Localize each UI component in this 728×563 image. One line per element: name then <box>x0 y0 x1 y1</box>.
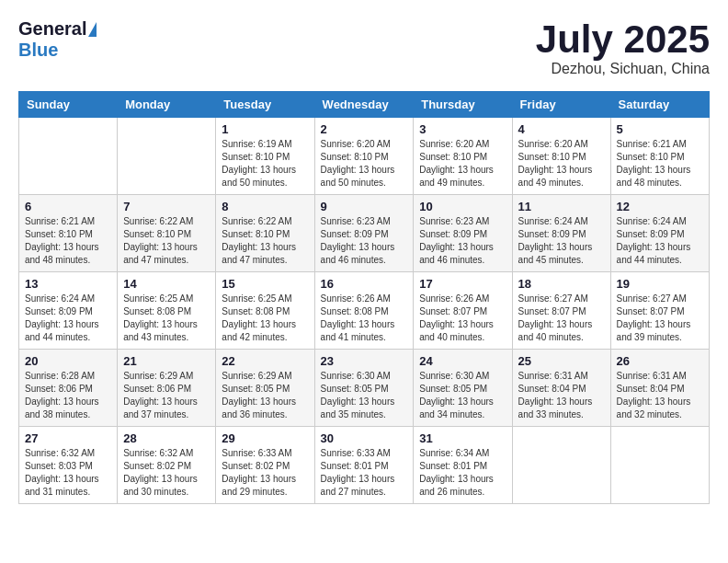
day-number: 18 <box>518 277 605 291</box>
day-number: 25 <box>518 354 605 368</box>
day-info: Sunrise: 6:26 AM Sunset: 8:08 PM Dayligh… <box>321 293 408 344</box>
day-info: Sunrise: 6:27 AM Sunset: 8:07 PM Dayligh… <box>617 293 703 344</box>
day-info: Sunrise: 6:31 AM Sunset: 8:04 PM Dayligh… <box>617 370 703 421</box>
calendar-cell: 23Sunrise: 6:30 AM Sunset: 8:05 PM Dayli… <box>314 350 414 427</box>
calendar-cell: 5Sunrise: 6:21 AM Sunset: 8:10 PM Daylig… <box>610 118 709 195</box>
calendar-cell <box>19 118 118 195</box>
day-number: 19 <box>617 277 703 291</box>
calendar-header-row: SundayMondayTuesdayWednesdayThursdayFrid… <box>19 92 710 118</box>
calendar-cell: 14Sunrise: 6:25 AM Sunset: 8:08 PM Dayli… <box>118 272 216 350</box>
month-title: July 2025 <box>536 18 710 61</box>
day-number: 15 <box>222 277 308 291</box>
day-number: 14 <box>123 277 210 291</box>
calendar-cell: 3Sunrise: 6:20 AM Sunset: 8:10 PM Daylig… <box>414 118 512 195</box>
day-info: Sunrise: 6:32 AM Sunset: 8:03 PM Dayligh… <box>25 447 111 499</box>
day-number: 2 <box>321 122 408 136</box>
day-info: Sunrise: 6:33 AM Sunset: 8:01 PM Dayligh… <box>321 447 408 499</box>
day-number: 31 <box>419 431 506 445</box>
weekday-header: Saturday <box>610 92 709 118</box>
day-info: Sunrise: 6:26 AM Sunset: 8:07 PM Dayligh… <box>419 293 506 344</box>
calendar-cell: 6Sunrise: 6:21 AM Sunset: 8:10 PM Daylig… <box>19 195 118 272</box>
calendar-cell: 4Sunrise: 6:20 AM Sunset: 8:10 PM Daylig… <box>512 118 610 195</box>
day-number: 1 <box>222 122 308 136</box>
day-info: Sunrise: 6:20 AM Sunset: 8:10 PM Dayligh… <box>321 138 408 190</box>
calendar-cell: 10Sunrise: 6:23 AM Sunset: 8:09 PM Dayli… <box>414 195 512 272</box>
day-number: 11 <box>518 200 605 213</box>
calendar-cell <box>512 427 610 504</box>
day-info: Sunrise: 6:23 AM Sunset: 8:09 PM Dayligh… <box>419 215 506 267</box>
calendar-week-row: 27Sunrise: 6:32 AM Sunset: 8:03 PM Dayli… <box>19 427 710 504</box>
day-number: 29 <box>222 431 308 445</box>
day-number: 27 <box>25 431 111 445</box>
day-info: Sunrise: 6:19 AM Sunset: 8:10 PM Dayligh… <box>222 138 308 190</box>
calendar-cell: 7Sunrise: 6:22 AM Sunset: 8:10 PM Daylig… <box>118 195 216 272</box>
calendar-week-row: 20Sunrise: 6:28 AM Sunset: 8:06 PM Dayli… <box>19 350 710 427</box>
calendar-cell: 12Sunrise: 6:24 AM Sunset: 8:09 PM Dayli… <box>610 195 709 272</box>
page-header: General Blue July 2025 Dezhou, Sichuan, … <box>18 18 710 77</box>
calendar-cell: 27Sunrise: 6:32 AM Sunset: 8:03 PM Dayli… <box>19 427 118 504</box>
logo-general-text: General <box>18 18 86 40</box>
day-info: Sunrise: 6:29 AM Sunset: 8:05 PM Dayligh… <box>222 370 308 421</box>
calendar-cell: 30Sunrise: 6:33 AM Sunset: 8:01 PM Dayli… <box>314 427 414 504</box>
day-number: 20 <box>25 354 111 368</box>
weekday-header: Thursday <box>414 92 512 118</box>
calendar-cell: 8Sunrise: 6:22 AM Sunset: 8:10 PM Daylig… <box>216 195 314 272</box>
calendar-cell: 1Sunrise: 6:19 AM Sunset: 8:10 PM Daylig… <box>216 118 314 195</box>
day-number: 28 <box>123 431 210 445</box>
day-info: Sunrise: 6:24 AM Sunset: 8:09 PM Dayligh… <box>518 215 605 267</box>
title-block: July 2025 Dezhou, Sichuan, China <box>536 18 710 77</box>
calendar-cell: 11Sunrise: 6:24 AM Sunset: 8:09 PM Dayli… <box>512 195 610 272</box>
calendar-cell: 16Sunrise: 6:26 AM Sunset: 8:08 PM Dayli… <box>314 272 414 350</box>
day-info: Sunrise: 6:30 AM Sunset: 8:05 PM Dayligh… <box>321 370 408 421</box>
day-number: 26 <box>617 354 703 368</box>
calendar-table: SundayMondayTuesdayWednesdayThursdayFrid… <box>18 91 710 504</box>
calendar-cell: 15Sunrise: 6:25 AM Sunset: 8:08 PM Dayli… <box>216 272 314 350</box>
weekday-header: Monday <box>118 92 216 118</box>
day-number: 13 <box>25 277 111 291</box>
calendar-week-row: 1Sunrise: 6:19 AM Sunset: 8:10 PM Daylig… <box>19 118 710 195</box>
day-number: 16 <box>321 277 408 291</box>
day-info: Sunrise: 6:31 AM Sunset: 8:04 PM Dayligh… <box>518 370 605 421</box>
day-info: Sunrise: 6:25 AM Sunset: 8:08 PM Dayligh… <box>222 293 308 344</box>
day-number: 12 <box>617 200 703 213</box>
day-info: Sunrise: 6:33 AM Sunset: 8:02 PM Dayligh… <box>222 447 308 499</box>
day-info: Sunrise: 6:34 AM Sunset: 8:01 PM Dayligh… <box>419 447 506 499</box>
day-info: Sunrise: 6:21 AM Sunset: 8:10 PM Dayligh… <box>25 215 111 267</box>
day-info: Sunrise: 6:20 AM Sunset: 8:10 PM Dayligh… <box>419 138 506 190</box>
weekday-header: Friday <box>512 92 610 118</box>
calendar-cell: 17Sunrise: 6:26 AM Sunset: 8:07 PM Dayli… <box>414 272 512 350</box>
day-number: 8 <box>222 200 308 213</box>
day-number: 30 <box>321 431 408 445</box>
calendar-cell: 29Sunrise: 6:33 AM Sunset: 8:02 PM Dayli… <box>216 427 314 504</box>
calendar-week-row: 13Sunrise: 6:24 AM Sunset: 8:09 PM Dayli… <box>19 272 710 350</box>
calendar-cell: 20Sunrise: 6:28 AM Sunset: 8:06 PM Dayli… <box>19 350 118 427</box>
day-info: Sunrise: 6:27 AM Sunset: 8:07 PM Dayligh… <box>518 293 605 344</box>
day-number: 24 <box>419 354 506 368</box>
day-info: Sunrise: 6:24 AM Sunset: 8:09 PM Dayligh… <box>25 293 111 344</box>
day-number: 9 <box>321 200 408 213</box>
day-number: 21 <box>123 354 210 368</box>
calendar-cell: 19Sunrise: 6:27 AM Sunset: 8:07 PM Dayli… <box>610 272 709 350</box>
day-number: 23 <box>321 354 408 368</box>
day-number: 4 <box>518 122 605 136</box>
day-number: 3 <box>419 122 506 136</box>
calendar-cell: 24Sunrise: 6:30 AM Sunset: 8:05 PM Dayli… <box>414 350 512 427</box>
calendar-cell: 26Sunrise: 6:31 AM Sunset: 8:04 PM Dayli… <box>610 350 709 427</box>
day-info: Sunrise: 6:20 AM Sunset: 8:10 PM Dayligh… <box>518 138 605 190</box>
calendar-cell: 2Sunrise: 6:20 AM Sunset: 8:10 PM Daylig… <box>314 118 414 195</box>
day-info: Sunrise: 6:23 AM Sunset: 8:09 PM Dayligh… <box>321 215 408 267</box>
day-info: Sunrise: 6:32 AM Sunset: 8:02 PM Dayligh… <box>123 447 210 499</box>
day-number: 7 <box>123 200 210 213</box>
day-number: 10 <box>419 200 506 213</box>
day-number: 5 <box>617 122 703 136</box>
location-text: Dezhou, Sichuan, China <box>536 61 710 77</box>
calendar-cell: 13Sunrise: 6:24 AM Sunset: 8:09 PM Dayli… <box>19 272 118 350</box>
day-info: Sunrise: 6:24 AM Sunset: 8:09 PM Dayligh… <box>617 215 703 267</box>
day-info: Sunrise: 6:28 AM Sunset: 8:06 PM Dayligh… <box>25 370 111 421</box>
day-info: Sunrise: 6:30 AM Sunset: 8:05 PM Dayligh… <box>419 370 506 421</box>
day-number: 22 <box>222 354 308 368</box>
day-number: 6 <box>25 200 111 213</box>
calendar-cell: 22Sunrise: 6:29 AM Sunset: 8:05 PM Dayli… <box>216 350 314 427</box>
day-info: Sunrise: 6:22 AM Sunset: 8:10 PM Dayligh… <box>123 215 210 267</box>
calendar-cell: 28Sunrise: 6:32 AM Sunset: 8:02 PM Dayli… <box>118 427 216 504</box>
